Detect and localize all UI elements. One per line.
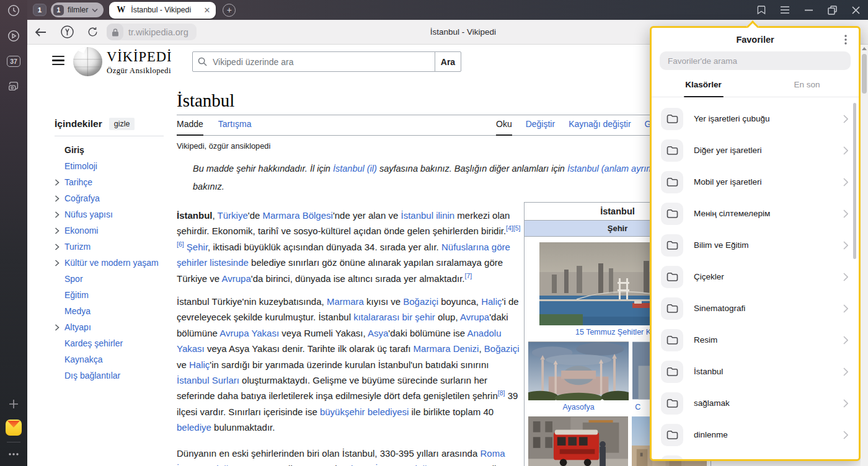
article-tab[interactable]: Oku [496, 119, 512, 136]
toc-item[interactable]: Dış bağlantılar [55, 367, 164, 384]
toc-item[interactable]: Spor [55, 271, 164, 287]
folder-row[interactable]: Bilim ve Eğitim [652, 229, 859, 261]
yandex-mail-icon[interactable] [6, 420, 22, 436]
wiki-link[interactable]: büyükşehir belediyesi [320, 407, 409, 417]
toc-item[interactable]: Eğitim [55, 287, 164, 303]
toc-expand-chevron-icon[interactable] [55, 260, 64, 266]
toc-hide-button[interactable]: gizle [109, 118, 135, 130]
toc-item[interactable]: Tarihçe [55, 174, 164, 190]
tram-street-photo[interactable] [528, 416, 628, 466]
toc-expand-chevron-icon[interactable] [55, 179, 64, 186]
panel-scrollbar-thumb[interactable] [853, 103, 856, 259]
back-icon[interactable] [35, 28, 46, 37]
wiki-link[interactable]: Boğaziçi [403, 296, 438, 307]
article-tab[interactable]: Değiştir [526, 119, 555, 135]
wiki-search-button[interactable]: Ara [435, 51, 461, 72]
folder-row[interactable]: Çiçekler [652, 261, 859, 292]
close-tab-icon[interactable]: ✕ [203, 6, 210, 15]
folder-row[interactable]: Sinematografi [652, 292, 859, 324]
bookmarks-panel-icon[interactable] [754, 0, 769, 20]
toc-expand-chevron-icon[interactable] [55, 195, 64, 202]
collapsed-tab-filmler[interactable]: 1 filmler [51, 2, 104, 17]
article-tab[interactable]: Kaynağı değiştir [569, 119, 631, 135]
reference-link[interactable]: [8] [498, 389, 505, 397]
wikipedia-wordmark[interactable]: VİKİPEDİ Özgür Ansiklopedi [107, 49, 172, 76]
wiki-link[interactable]: Avrupa [460, 312, 489, 322]
article-tab[interactable]: Madde [177, 119, 203, 136]
toc-item[interactable]: Medya [55, 303, 164, 319]
wiki-link[interactable]: Marmara Denizi [414, 343, 479, 354]
folder-row[interactable]: İstanbul [652, 356, 859, 387]
wikipedia-globe-logo[interactable] [73, 47, 102, 76]
toc-expand-chevron-icon[interactable] [55, 227, 64, 234]
wiki-link[interactable]: Asya [368, 328, 388, 338]
reference-link[interactable]: [7] [465, 272, 472, 279]
wiki-link[interactable]: İstanbul ilinin [401, 210, 454, 221]
ayasofya-photo[interactable] [528, 341, 629, 400]
folder-row[interactable]: Resim [652, 324, 859, 356]
wiki-link[interactable]: Avrupa Yakası [219, 328, 279, 338]
folder-row[interactable]: dinlenme [652, 419, 859, 451]
wiki-link[interactable]: kıtalararası bir şehir [353, 312, 435, 322]
tab-group-badge[interactable]: 1 [33, 4, 46, 16]
tab-counter-badge[interactable]: 37 [6, 53, 22, 69]
wiki-link[interactable]: belediye [177, 422, 211, 433]
wiki-link[interactable]: Haliç [189, 359, 210, 370]
wiki-link[interactable]: İstanbul (anlam ayrımı) [567, 164, 659, 174]
toc-item[interactable]: Giriş [55, 142, 164, 158]
wiki-search-input[interactable] [211, 56, 430, 68]
more-options-icon[interactable] [6, 446, 22, 462]
toc-expand-chevron-icon[interactable] [55, 324, 64, 331]
toc-item[interactable]: Kardeş şehirler [55, 335, 164, 351]
folder-row[interactable] [652, 451, 859, 459]
wiki-link[interactable]: Boğaziçi [484, 343, 520, 354]
folder-row[interactable]: sağlamak [652, 387, 859, 419]
wiki-link[interactable]: Marmara [327, 296, 364, 307]
favorites-search-box[interactable] [660, 51, 851, 70]
restore-window-icon[interactable] [825, 0, 839, 20]
video-play-icon[interactable] [6, 28, 22, 44]
wiki-link[interactable]: Haliç [481, 296, 502, 307]
wiki-link[interactable]: İstanbul (il) [333, 164, 377, 174]
toc-item[interactable]: Kaynakça [55, 351, 164, 367]
toc-item[interactable]: Ekonomi [55, 222, 164, 239]
favorites-tab[interactable]: En son [755, 72, 859, 97]
infobox-caption-ayasofya[interactable]: Ayasofya [528, 403, 629, 411]
wiki-link[interactable]: Bizans İmparatorluğu [345, 464, 433, 466]
add-panel-icon[interactable] [6, 396, 22, 412]
article-tab[interactable]: Tartışma [218, 119, 252, 135]
folder-row[interactable]: Mobil yer işaretleri [652, 166, 859, 198]
folder-row[interactable]: Менің сілтемелерім [652, 198, 859, 229]
folder-row[interactable]: Diğer yer işaretleri [652, 134, 859, 166]
close-window-icon[interactable] [848, 0, 863, 20]
history-clock-icon[interactable] [6, 2, 22, 19]
minimize-window-icon[interactable] [801, 0, 816, 20]
active-tab[interactable]: W İstanbul - Vikipedi ✕ [109, 2, 216, 19]
wiki-menu-icon[interactable] [52, 56, 64, 65]
favorites-tab[interactable]: Klasörler [652, 72, 755, 97]
toc-item[interactable]: Turizm [55, 239, 164, 255]
toc-item[interactable]: Kültür ve modern yaşam [55, 255, 164, 271]
wiki-link[interactable]: Avrupa [222, 273, 251, 284]
folder-row[interactable]: Yer işaretleri çubuğu [652, 103, 859, 134]
wiki-link[interactable]: İstanbul Surları [177, 375, 239, 385]
lock-icon[interactable] [107, 24, 123, 40]
kebab-menu-icon[interactable] [841, 35, 851, 45]
address-bar[interactable]: tr.wikipedia.org [107, 24, 197, 40]
wiki-link[interactable]: Marmara Bölgesi [263, 210, 333, 221]
toc-item[interactable]: Nüfus yapısı [55, 206, 164, 222]
page-scrollbar[interactable] [861, 45, 868, 466]
screenshot-camera-icon[interactable] [6, 78, 22, 94]
wiki-link[interactable]: Şehir [187, 242, 208, 252]
favorites-search-input[interactable] [666, 56, 844, 66]
reload-icon[interactable] [87, 26, 99, 38]
new-tab-button[interactable]: + [223, 4, 236, 17]
toc-item[interactable]: Coğrafya [55, 190, 164, 206]
toc-expand-chevron-icon[interactable] [55, 211, 64, 218]
toc-item[interactable]: Etimoloji [55, 158, 164, 174]
scrollbar-thumb[interactable] [862, 54, 867, 94]
yandex-services-icon[interactable] [60, 25, 74, 39]
toc-expand-chevron-icon[interactable] [55, 244, 64, 250]
toc-item[interactable]: Altyapı [55, 319, 164, 335]
browser-menu-icon[interactable] [777, 0, 792, 20]
